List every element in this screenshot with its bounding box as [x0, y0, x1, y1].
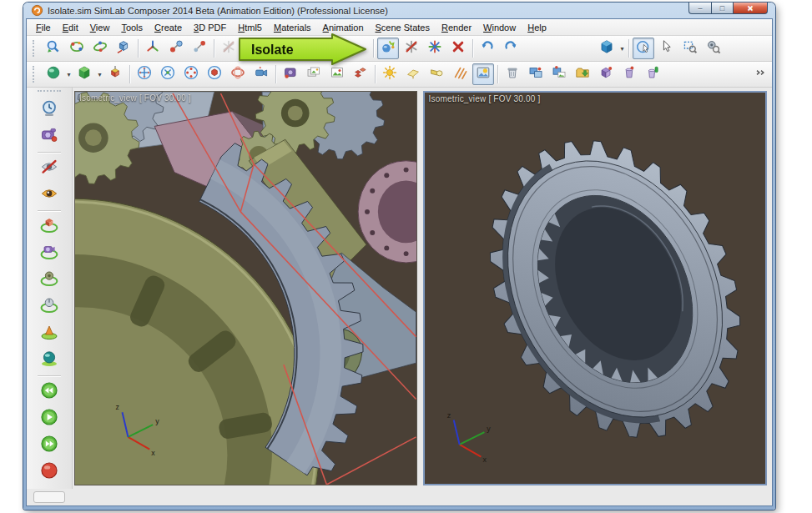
paste-scene-button[interactable]: [548, 63, 570, 85]
menu-3d-pdf[interactable]: 3D PDF: [188, 21, 232, 34]
menu-html5[interactable]: Html5: [232, 21, 268, 34]
turntable-view-icon: [230, 65, 245, 83]
redo-button[interactable]: [500, 38, 522, 59]
image-gallery-button[interactable]: [303, 63, 325, 85]
import-model-button[interactable]: [572, 63, 593, 85]
playback-rewind-button[interactable]: [34, 379, 64, 405]
delete-button[interactable]: [447, 38, 469, 59]
svg-text:z: z: [116, 403, 119, 411]
capture-image-button[interactable]: [280, 63, 301, 85]
turntable-gear-button[interactable]: [34, 267, 64, 293]
environment-globe-icon: [40, 350, 58, 371]
toolbar-grip[interactable]: [33, 66, 38, 83]
viewport-right[interactable]: xyz Isometric_view [ FOV 30.00 ]: [423, 91, 768, 485]
menu-tools[interactable]: Tools: [115, 21, 149, 34]
environment-image-button[interactable]: [472, 63, 494, 85]
focus-object-button[interactable]: [204, 63, 225, 85]
view-cube-dropdown-caret-icon[interactable]: ▾: [618, 45, 626, 53]
undo-icon: [480, 39, 495, 58]
undo-button[interactable]: [477, 38, 498, 59]
light-area-button[interactable]: [402, 63, 424, 85]
menu-edit[interactable]: Edit: [57, 21, 84, 34]
show-all-icon: [404, 39, 419, 58]
hidden-tool-b-button[interactable]: [241, 38, 263, 59]
close-button[interactable]: ✕: [733, 3, 768, 14]
move-object-button[interactable]: [113, 38, 134, 59]
desktop: Isolate.sim SimLab Composer 2014 Beta (A…: [0, 0, 812, 513]
solid-view-icon: [77, 65, 92, 83]
show-object-button[interactable]: [34, 182, 64, 208]
maximize-button[interactable]: □: [711, 3, 733, 14]
menu-file[interactable]: File: [30, 21, 57, 34]
image-frame-button[interactable]: [326, 63, 348, 85]
panel-collapse-tab[interactable]: [33, 491, 65, 503]
pin-object-button[interactable]: [104, 63, 126, 85]
menu-render[interactable]: Render: [436, 21, 477, 34]
minimize-button[interactable]: –: [688, 3, 711, 14]
light-sun-button[interactable]: [379, 63, 401, 85]
transform-axes-button[interactable]: [142, 38, 164, 59]
zoom-settings-button[interactable]: [703, 38, 724, 59]
isolate-button[interactable]: [377, 38, 399, 59]
menu-view[interactable]: View: [84, 21, 116, 34]
menu-scene-states[interactable]: Scene States: [370, 21, 436, 34]
view-cube-button[interactable]: [596, 38, 618, 59]
menu-materials[interactable]: Materials: [268, 21, 317, 34]
camera-pan-icon: [254, 65, 269, 83]
window-title: Isolate.sim SimLab Composer 2014 Beta (A…: [48, 6, 388, 16]
material-paint-button[interactable]: [618, 63, 640, 85]
delete-item-button[interactable]: [502, 63, 523, 85]
camera-pan-button[interactable]: [250, 63, 272, 85]
zoom-window-button[interactable]: [679, 38, 701, 59]
playback-play-button[interactable]: [34, 405, 64, 431]
environment-globe-button[interactable]: [34, 347, 64, 373]
hidden-tool-a-button[interactable]: [218, 38, 240, 59]
export-model-button[interactable]: [595, 63, 617, 85]
menu-animation[interactable]: Animation: [317, 21, 370, 34]
more-tools-button[interactable]: [749, 63, 771, 85]
select-circle-button[interactable]: [633, 38, 654, 59]
material-blocks-button[interactable]: [350, 63, 371, 85]
solid-view-button[interactable]: [73, 63, 95, 85]
playback-forward-button[interactable]: [34, 432, 64, 458]
hidden-tool-c-button[interactable]: [265, 38, 286, 59]
turntable-camera-button[interactable]: [34, 240, 64, 266]
light-rays-button[interactable]: [449, 63, 471, 85]
detach-link-icon: [192, 39, 207, 58]
shaded-view-button[interactable]: [43, 63, 64, 85]
zoom-target-button[interactable]: [180, 63, 202, 85]
menubar: FileEditViewToolsCreate3D PDFHtml5Materi…: [27, 19, 772, 36]
orbit-rotate-button[interactable]: [66, 38, 88, 59]
shaded-view-icon: [46, 65, 61, 83]
turntable-object-button[interactable]: [34, 214, 64, 239]
zoom-select-button[interactable]: [43, 38, 64, 59]
fit-selection-button[interactable]: [157, 63, 179, 85]
playback-record-button[interactable]: [34, 459, 64, 485]
capture-camera-button[interactable]: [34, 123, 64, 149]
viewport-left[interactable]: xyz Isometric_view [ FOV 30.00 ]: [74, 91, 417, 485]
titlebar[interactable]: Isolate.sim SimLab Composer 2014 Beta (A…: [26, 3, 773, 18]
menu-create[interactable]: Create: [149, 21, 188, 34]
stage-presenter-button[interactable]: [34, 320, 64, 346]
explode-button[interactable]: [424, 38, 446, 59]
material-library-button[interactable]: [642, 63, 663, 85]
sidebar-grip[interactable]: [38, 90, 61, 94]
turntable-view-button[interactable]: [227, 63, 249, 85]
solid-view-dropdown-caret-icon[interactable]: ▾: [96, 71, 103, 78]
select-cursor-button[interactable]: [656, 38, 678, 59]
turntable-dial-button[interactable]: [34, 294, 64, 319]
orbit-spin-button[interactable]: [89, 38, 111, 59]
show-all-button[interactable]: [401, 38, 422, 59]
timeline-clock-button[interactable]: [34, 97, 64, 123]
image-gallery-icon: [306, 65, 321, 83]
menu-help[interactable]: Help: [522, 21, 552, 34]
shaded-view-dropdown-caret-icon[interactable]: ▾: [65, 71, 73, 78]
hide-object-button[interactable]: [34, 155, 64, 181]
light-spot-button[interactable]: [426, 63, 447, 85]
copy-scene-button[interactable]: [525, 63, 547, 85]
toolbar-grip[interactable]: [33, 40, 38, 57]
attach-link-button[interactable]: [165, 38, 187, 59]
fit-all-button[interactable]: [134, 63, 155, 85]
detach-link-button[interactable]: [189, 38, 210, 59]
menu-window[interactable]: Window: [477, 21, 522, 34]
